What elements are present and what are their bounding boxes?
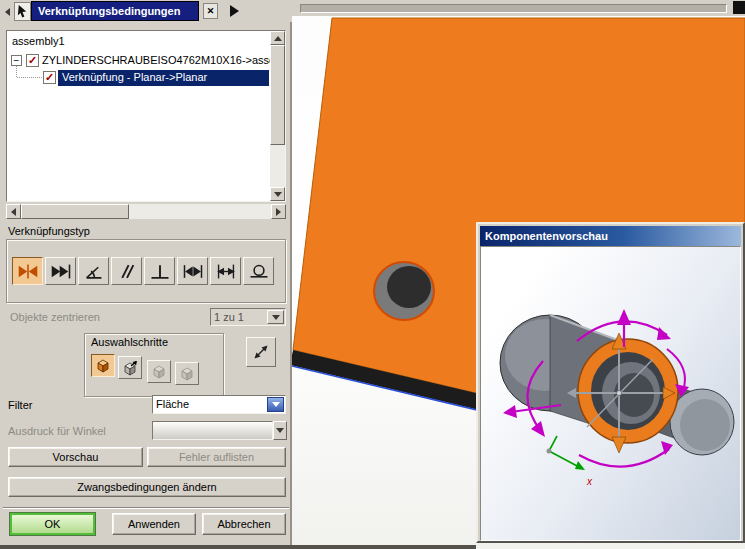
mating-type-parallel-button[interactable] (111, 257, 142, 285)
mating-conditions-dialog: assembly1 − ✓ ZYLINDERSCHRAUBEISO4762M10… (0, 22, 292, 549)
tree-component-label: ZYLINDERSCHRAUBEISO4762M10X16->assembly1 (42, 54, 270, 66)
selection-step-1-button[interactable] (91, 354, 115, 377)
constraint-tree: assembly1 − ✓ ZYLINDERSCHRAUBEISO4762M10… (6, 30, 286, 202)
scroll-left-button[interactable] (6, 204, 21, 219)
tree-vertical-scrollbar[interactable] (270, 31, 285, 201)
tree-connector-h (17, 77, 42, 78)
scroll-up-icon (274, 36, 282, 41)
center-objects-value: 1 zu 1 (214, 311, 268, 323)
angle-expression-label: Ausdruck für Winkel (8, 425, 106, 437)
dialog-tab-bar: Verknüpfungsbedingungen ✕ (0, 0, 292, 22)
mating-type-mate-button[interactable] (12, 257, 43, 285)
filter-dropdown-button[interactable] (267, 397, 284, 412)
filter-combo[interactable]: Fläche (152, 395, 286, 414)
scroll-right-icon (276, 208, 281, 216)
pointer-icon (16, 4, 29, 19)
check-icon: ✓ (28, 55, 37, 66)
tree-checkbox-constraint[interactable]: ✓ (43, 71, 56, 84)
angle-expression-dropdown (273, 421, 287, 440)
dropdown-icon (272, 402, 280, 407)
mating-type-center-button[interactable] (177, 257, 208, 285)
dropdown-icon (272, 315, 280, 320)
tree-expander[interactable]: − (11, 55, 22, 66)
axis-x-label: x (586, 476, 593, 487)
tree-root-label: assembly1 (12, 35, 65, 47)
viewport-top-edge (292, 0, 745, 16)
left-arrow-icon (5, 8, 10, 16)
tangent-icon (248, 263, 270, 280)
top-edge-cap (733, 1, 745, 14)
distance-icon (215, 263, 237, 280)
mating-type-group (6, 239, 286, 303)
tree-item-constraint[interactable]: Verknüpfung - Planar->Planar (58, 70, 269, 86)
center-objects-combo: 1 zu 1 (210, 308, 286, 326)
reverse-direction-button[interactable] (246, 337, 276, 367)
dialog-separator (3, 507, 289, 509)
mate-icon (17, 263, 39, 280)
dropdown-icon (276, 428, 284, 433)
tab-scroll-left-button[interactable] (1, 3, 13, 20)
preview-title-bar[interactable]: Komponentenvorschau (480, 226, 741, 246)
mating-type-align-button[interactable] (45, 257, 76, 285)
tree-item-root[interactable]: assembly1 (12, 35, 65, 47)
center-icon (182, 263, 204, 280)
scroll-down-button[interactable] (270, 187, 285, 201)
list-errors-button: Fehler auflisten (147, 447, 286, 467)
scroll-right-button[interactable] (271, 204, 286, 219)
center-objects-label: Objekte zentrieren (10, 311, 100, 323)
scroll-down-icon (274, 192, 282, 197)
scroll-thumb[interactable] (270, 45, 285, 145)
tab-title: Verknüpfungsbedingungen (38, 5, 180, 17)
dialog-pointer-button[interactable] (14, 2, 31, 21)
preview-button[interactable]: Vorschau (8, 447, 143, 467)
reverse-direction-icon (252, 343, 270, 361)
tree-horizontal-scrollbar[interactable] (6, 204, 286, 219)
tree-checkbox-component[interactable]: ✓ (26, 54, 39, 67)
align-icon (50, 263, 72, 280)
part-hole[interactable] (374, 262, 434, 320)
close-icon: ✕ (207, 6, 215, 16)
cube-disabled-icon (179, 366, 195, 382)
selection-step-4-button (175, 362, 199, 385)
tab-verknuepfungsbedingungen[interactable]: Verknüpfungsbedingungen (31, 1, 199, 21)
mating-type-perpendicular-button[interactable] (144, 257, 175, 285)
mating-type-tangent-button[interactable] (243, 257, 274, 285)
tab-close-button[interactable]: ✕ (203, 3, 218, 19)
scroll-up-button[interactable] (270, 31, 285, 45)
selection-steps-group: Auswahlschritte (84, 333, 224, 397)
collapse-icon: − (14, 56, 20, 66)
component-preview-window: Komponentenvorschau (476, 222, 745, 543)
check-icon: ✓ (45, 72, 54, 83)
top-edge-slot[interactable] (300, 4, 727, 13)
right-arrow-icon (230, 5, 239, 17)
tree-constraint-label: Verknüpfung - Planar->Planar (62, 71, 207, 83)
selection-steps-label: Auswahlschritte (91, 336, 168, 348)
change-constraints-button[interactable]: Zwangsbedingungen ändern (8, 477, 286, 497)
parallel-icon (116, 263, 138, 280)
scroll-thumb[interactable] (21, 204, 129, 219)
mating-type-angle-button[interactable] (78, 257, 109, 285)
filter-label: Filter (8, 399, 32, 411)
cube-arrow-icon (122, 360, 138, 376)
orientation-axes: x (547, 436, 594, 487)
ok-button[interactable]: OK (10, 513, 95, 535)
center-objects-dropdown (267, 310, 284, 324)
scroll-left-icon (11, 208, 16, 216)
apply-button[interactable]: Anwenden (112, 513, 196, 535)
cube-selected-icon (95, 358, 111, 374)
mating-type-distance-button[interactable] (210, 257, 241, 285)
nx-assembly-window: Verknüpfungsbedingungen ✕ assembl (0, 0, 745, 549)
window-bottom-edge (0, 545, 476, 549)
tree-item-component[interactable]: ZYLINDERSCHRAUBEISO4762M10X16->assembly1 (42, 54, 270, 66)
filter-value: Fläche (156, 398, 268, 410)
preview-viewport[interactable]: x (480, 246, 741, 541)
angle-icon (83, 263, 105, 280)
tab-scroll-right-button[interactable] (224, 2, 244, 20)
cancel-button[interactable]: Abbrechen (202, 513, 286, 535)
angle-expression-field (152, 421, 273, 440)
preview-title: Komponentenvorschau (485, 230, 608, 242)
mating-type-label: Verknüpfungstyp (8, 225, 90, 237)
perpendicular-icon (149, 263, 171, 280)
cube-disabled-icon (151, 364, 167, 380)
selection-step-2-button[interactable] (118, 356, 142, 379)
